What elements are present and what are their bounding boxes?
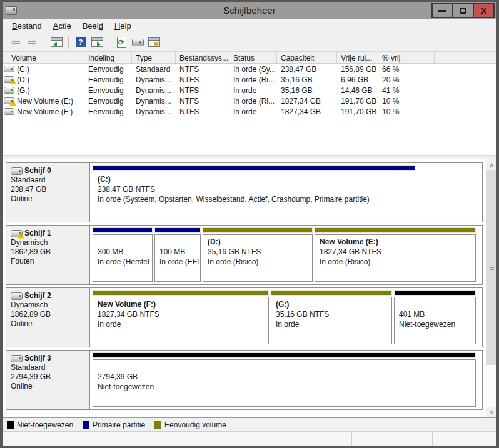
menu-bestand[interactable]: Bestand xyxy=(6,20,48,32)
disk-icon xyxy=(11,355,23,362)
minimize-button[interactable] xyxy=(431,3,453,18)
disk-name: Schijf 3 xyxy=(24,354,51,363)
warning-icon xyxy=(18,232,24,239)
partition-g[interactable]: (G:) 35,16 GB NTFS In orde xyxy=(271,290,392,344)
disk-kind: Standaard xyxy=(11,176,89,185)
close-button[interactable]: X xyxy=(473,3,495,18)
toolbar: ⇦ ⇨ ? ⟳ ✱ xyxy=(3,33,496,52)
toolbar-separator xyxy=(68,36,69,49)
refresh-icon: ⟳ xyxy=(117,37,126,48)
volume-row-f[interactable]: New Volume (F:) Eenvoudig Dynamis... NTF… xyxy=(3,106,496,117)
disk-0-info[interactable]: Schijf 0 Standaard 238,47 GB Online xyxy=(6,163,90,222)
scrollbar-thumb[interactable] xyxy=(486,170,496,365)
console-tree-icon xyxy=(51,37,63,47)
partition-color-bar xyxy=(154,227,201,233)
disk-row-2: Schijf 2 Dynamisch 1862,89 GB Online New… xyxy=(6,287,483,347)
column-header-indeling[interactable]: Indeling xyxy=(84,52,132,63)
status-pane-main xyxy=(3,432,351,446)
column-header-filler xyxy=(435,52,496,63)
partition-color-bar xyxy=(93,165,415,171)
column-header-capaciteit[interactable]: Capaciteit xyxy=(277,52,337,63)
title-bar[interactable]: Schijfbeheer X xyxy=(3,2,496,19)
legend-unallocated: Niet-toegewezen xyxy=(7,421,73,429)
vertical-scrollbar[interactable]: ∧ ∨ xyxy=(486,159,496,417)
warning-icon xyxy=(9,78,16,84)
column-header-volume[interactable]: Volume xyxy=(3,52,84,63)
partition-recovery[interactable]: 300 MB In orde (Herstel xyxy=(93,227,153,282)
partition-c[interactable]: (C:) 238,47 GB NTFS In orde (Systeem, Op… xyxy=(93,165,415,219)
partition-color-bar xyxy=(315,227,476,233)
partition-unallocated-401mb[interactable]: 401 MB Niet-toegewezen xyxy=(394,290,476,344)
maximize-button[interactable] xyxy=(452,3,474,18)
volume-row-g[interactable]: (G:) Eenvoudig Dynamis... NTFS In orde 3… xyxy=(3,85,496,96)
disk-size: 1862,89 GB xyxy=(11,247,89,257)
legend-simple-volume: Eenvoudig volume xyxy=(154,421,226,429)
volume-drive-icon xyxy=(4,66,14,72)
disk-kind: Standaard xyxy=(11,363,89,372)
legend-swatch-primary xyxy=(83,421,89,429)
menu-help[interactable]: Help xyxy=(109,20,137,32)
help-button[interactable]: ? xyxy=(73,35,88,50)
rescan-disks-icon xyxy=(132,39,144,46)
refresh-button[interactable]: ⟳ xyxy=(114,35,129,50)
disk-state: Online xyxy=(11,194,89,204)
volume-drive-icon xyxy=(4,87,14,94)
help-icon: ? xyxy=(76,37,86,47)
disk-settings-button[interactable]: ✱ xyxy=(146,35,161,50)
scrollbar-grip xyxy=(490,267,494,268)
menu-actie[interactable]: Actie xyxy=(48,20,77,32)
disk-size: 1862,89 GB xyxy=(11,310,89,319)
window-title: Schijfbeheer xyxy=(3,5,496,16)
pane-splitter[interactable] xyxy=(3,155,496,159)
disk-kind: Dynamisch xyxy=(11,301,89,310)
partition-f[interactable]: New Volume (F:) 1827,34 GB NTFS In orde xyxy=(93,290,269,344)
volume-drive-icon xyxy=(4,108,14,115)
partition-e[interactable]: New Volume (E:) 1827,34 GB NTFS In orde … xyxy=(315,227,476,282)
volume-row-c[interactable]: (C:) Eenvoudig Standaard NTFS In orde (S… xyxy=(3,64,496,74)
partition-efi[interactable]: 100 MB In orde (EFI- xyxy=(154,227,201,282)
disk-2-info[interactable]: Schijf 2 Dynamisch 1862,89 GB Online xyxy=(6,288,90,347)
legend-swatch-simple xyxy=(154,421,161,429)
volume-list-header: Volume Indeling Type Bestandssys... Stat… xyxy=(3,52,496,64)
column-header-pct-vrij[interactable]: % vrij xyxy=(378,52,435,63)
disk-size: 238,47 GB xyxy=(11,185,89,194)
menu-bar: Bestand Actie Beeld Help xyxy=(3,19,496,33)
partition-color-bar xyxy=(203,227,313,233)
warning-icon xyxy=(9,99,16,106)
menu-beeld[interactable]: Beeld xyxy=(77,20,109,32)
volume-row-e[interactable]: New Volume (E:) Eenvoudig Dynamis... NTF… xyxy=(3,96,496,106)
legend-swatch-unallocated xyxy=(7,421,14,429)
partition-d[interactable]: (D:) 35,16 GB NTFS In orde (Risico) xyxy=(203,227,313,282)
status-pane-right xyxy=(432,432,496,446)
partition-color-bar xyxy=(271,290,392,296)
volume-list: Volume Indeling Type Bestandssys... Stat… xyxy=(3,52,496,155)
disk-icon xyxy=(11,292,23,300)
volume-list-empty-area xyxy=(3,117,496,155)
disk-1-info[interactable]: Schijf 1 Dynamisch 1862,89 GB Fouten xyxy=(6,226,90,284)
partition-unallocated-2794gb[interactable]: 2794,39 GB Niet-toegewezen xyxy=(93,352,476,407)
rescan-disks-button[interactable] xyxy=(130,35,145,50)
disk-icon xyxy=(11,167,23,175)
column-header-status[interactable]: Status xyxy=(229,52,277,63)
show-action-pane-button[interactable] xyxy=(89,35,104,50)
column-header-vrije-ruimte[interactable]: Vrije rui... xyxy=(337,52,378,63)
volume-row-d[interactable]: (D:) Eenvoudig Dynamis... NTFS In orde (… xyxy=(3,74,496,85)
back-button[interactable]: ⇦ xyxy=(8,35,23,50)
maximize-icon xyxy=(460,8,466,14)
disk-3-info[interactable]: Schijf 3 Standaard 2794,39 GB Online xyxy=(6,351,90,409)
column-header-type[interactable]: Type xyxy=(132,52,176,63)
graphical-disk-view: Schijf 0 Standaard 238,47 GB Online (C:)… xyxy=(3,159,496,417)
disk-row-3: Schijf 3 Standaard 2794,39 GB Online 279… xyxy=(6,350,483,410)
disk-kind: Dynamisch xyxy=(11,238,89,247)
disk-warning-icon xyxy=(11,230,23,237)
disk-settings-icon: ✱ xyxy=(148,37,160,47)
column-header-bestandssysteem[interactable]: Bestandssys... xyxy=(176,52,229,63)
close-icon: X xyxy=(481,7,486,15)
partition-color-bar xyxy=(93,352,476,358)
back-icon: ⇦ xyxy=(11,37,20,48)
scroll-down-button[interactable]: ∨ xyxy=(486,407,496,417)
forward-button[interactable]: ⇨ xyxy=(24,35,39,50)
scroll-up-button[interactable]: ∧ xyxy=(486,159,496,170)
disk-size: 2794,39 GB xyxy=(11,372,89,382)
show-console-tree-button[interactable] xyxy=(49,35,64,50)
